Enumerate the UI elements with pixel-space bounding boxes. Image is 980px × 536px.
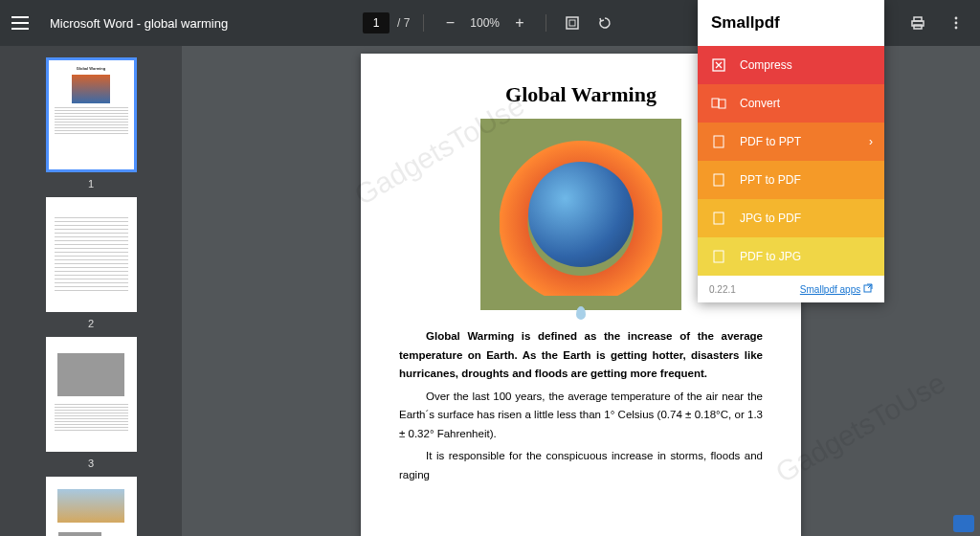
separator	[423, 14, 424, 32]
thumb-number: 2	[88, 318, 94, 329]
svg-rect-0	[567, 17, 578, 29]
file-icon	[711, 249, 726, 264]
menu-label: PDF to JPG	[740, 250, 801, 263]
page-input[interactable]	[363, 12, 390, 34]
thumbnail-3[interactable]: 3	[33, 337, 148, 469]
menu-label: Convert	[740, 97, 780, 110]
thumbnail-sidebar[interactable]: Global Warming 1 2 3	[0, 46, 182, 536]
document-title: Microsoft Word - global warming	[50, 16, 228, 31]
thumb-number: 1	[88, 178, 94, 190]
menu-ppt-to-pdf[interactable]: PPT to PDF	[698, 161, 884, 199]
svg-rect-14	[714, 251, 724, 262]
svg-rect-12	[714, 174, 724, 186]
zoom-in-button[interactable]: +	[507, 11, 532, 35]
svg-point-6	[955, 22, 958, 25]
file-icon	[711, 172, 726, 188]
file-icon	[711, 134, 726, 149]
menu-label: JPG to PDF	[740, 212, 801, 225]
separator	[546, 14, 546, 32]
menu-pdf-to-jpg[interactable]: PDF to JPG	[698, 237, 884, 276]
thumbnail-2[interactable]: 2	[33, 197, 148, 329]
paragraph-3: It is responsible for the conspicuous in…	[399, 447, 763, 484]
menu-pdf-to-ppt[interactable]: PDF to PPT ›	[698, 123, 884, 161]
toolbar-center: / 7 − 100% +	[363, 11, 617, 35]
menu-label: Compress	[740, 58, 792, 72]
thumb-number: 3	[88, 458, 94, 469]
fit-page-button[interactable]	[560, 11, 585, 35]
compress-icon	[711, 57, 726, 73]
thumbnail-1[interactable]: Global Warming 1	[33, 57, 148, 190]
external-link-icon	[863, 283, 873, 293]
svg-rect-9	[712, 99, 719, 107]
menu-icon[interactable]	[11, 11, 34, 34]
rotate-button[interactable]	[592, 11, 617, 35]
svg-rect-13	[714, 212, 724, 224]
chevron-right-icon: ›	[869, 135, 873, 148]
corner-logo	[953, 515, 974, 532]
svg-rect-10	[719, 100, 725, 108]
print-button[interactable]	[905, 11, 930, 35]
paragraph-2: Over the last 100 years, the average tem…	[399, 388, 763, 444]
more-icon[interactable]	[944, 11, 969, 35]
svg-rect-11	[714, 136, 724, 147]
svg-rect-1	[569, 20, 575, 26]
menu-label: PPT to PDF	[740, 173, 801, 187]
thumbnail-4[interactable]	[33, 477, 148, 536]
svg-point-7	[955, 27, 958, 30]
page-total: / 7	[397, 16, 410, 30]
zoom-out-button[interactable]: −	[437, 11, 462, 35]
panel-footer: 0.22.1 Smallpdf apps	[698, 276, 884, 302]
body-text: Global Warming is defined as the increas…	[399, 327, 763, 484]
smallpdf-apps-link[interactable]: Smallpdf apps	[800, 284, 860, 295]
menu-jpg-to-pdf[interactable]: JPG to PDF	[698, 199, 884, 237]
hero-image	[480, 119, 681, 310]
paragraph-1: Global Warming is defined as the increas…	[399, 330, 763, 379]
menu-convert[interactable]: Convert	[698, 84, 884, 123]
convert-icon	[711, 96, 726, 111]
file-icon	[711, 211, 726, 226]
smallpdf-panel: Smallpdf Compress Convert PDF to PPT › P…	[698, 0, 884, 302]
menu-compress[interactable]: Compress	[698, 46, 884, 84]
zoom-level: 100%	[470, 16, 500, 30]
menu-label: PDF to PPT	[740, 135, 801, 148]
panel-title: Smallpdf	[698, 0, 884, 46]
svg-rect-4	[914, 25, 922, 29]
svg-point-5	[955, 17, 958, 20]
version-label: 0.22.1	[709, 284, 736, 295]
